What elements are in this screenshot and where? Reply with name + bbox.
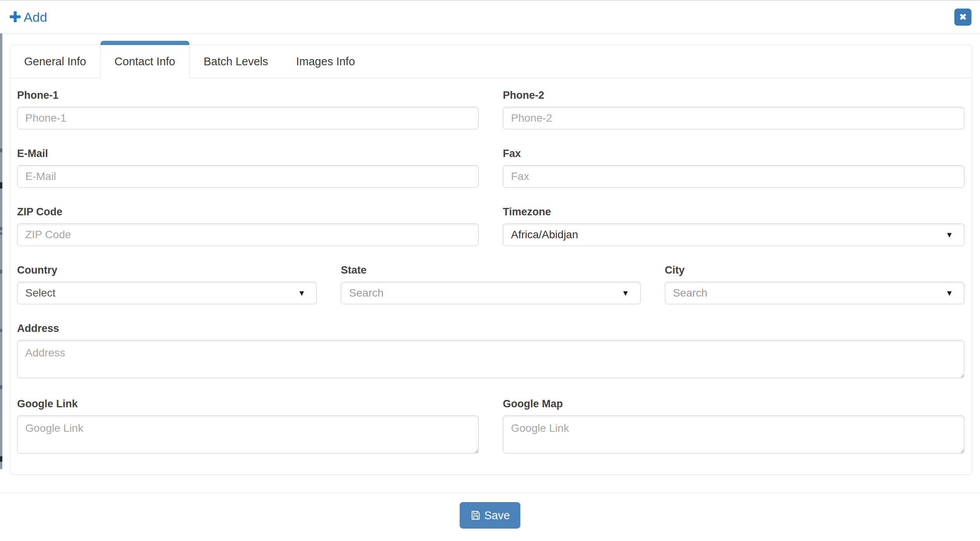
tab-general-info[interactable]: General Info bbox=[10, 45, 100, 78]
background-page-sliver bbox=[0, 33, 2, 469]
city-field-group: City Search ▼ bbox=[665, 263, 964, 304]
timezone-value: Africa/Abidjan bbox=[511, 229, 578, 241]
address-label: Address bbox=[17, 321, 964, 335]
address-textarea[interactable] bbox=[17, 340, 964, 378]
zip-field-group: ZIP Code bbox=[17, 205, 479, 246]
google-link-textarea[interactable] bbox=[17, 415, 479, 454]
country-label: Country bbox=[17, 263, 317, 277]
modal-header: ✚ Add ✖ bbox=[0, 1, 980, 34]
fax-field-group: Fax bbox=[503, 147, 964, 188]
zip-label: ZIP Code bbox=[17, 205, 479, 219]
phone1-label: Phone-1 bbox=[17, 88, 479, 102]
timezone-select[interactable]: Africa/Abidjan ▼ bbox=[503, 223, 964, 246]
email-field-group: E-Mail bbox=[17, 147, 479, 188]
state-field-group: State Search ▼ bbox=[341, 263, 640, 304]
google-map-textarea[interactable] bbox=[503, 415, 964, 454]
floppy-disk-icon bbox=[470, 510, 481, 521]
city-select[interactable]: Search ▼ bbox=[665, 282, 964, 304]
save-button[interactable]: Save bbox=[460, 502, 520, 529]
modal-title-text: Add bbox=[24, 10, 47, 24]
save-button-label: Save bbox=[484, 509, 510, 522]
city-label: City bbox=[665, 263, 964, 277]
chevron-down-icon: ▼ bbox=[945, 231, 953, 239]
tab-label: General Info bbox=[24, 55, 86, 68]
city-placeholder: Search bbox=[673, 287, 708, 299]
chevron-down-icon: ▼ bbox=[298, 289, 306, 297]
phone2-field-group: Phone-2 bbox=[503, 88, 964, 129]
close-button[interactable]: ✖ bbox=[954, 9, 971, 26]
fax-label: Fax bbox=[503, 147, 964, 161]
tab-images-info[interactable]: Images Info bbox=[282, 45, 369, 78]
contact-info-form: Phone-1 Phone-2 E-Mail Fax bbox=[10, 78, 972, 475]
add-modal: ✚ Add ✖ General Info Contact Info Batch … bbox=[0, 1, 980, 541]
tab-batch-levels[interactable]: Batch Levels bbox=[190, 45, 282, 78]
timezone-field-group: Timezone Africa/Abidjan ▼ bbox=[503, 205, 964, 246]
tab-card: General Info Contact Info Batch Levels I… bbox=[10, 45, 972, 475]
email-label: E-Mail bbox=[17, 147, 479, 161]
country-field-group: Country Select ▼ bbox=[17, 263, 317, 304]
email-input[interactable] bbox=[17, 165, 479, 188]
tab-label: Contact Info bbox=[115, 55, 175, 68]
google-link-field-group: Google Link bbox=[17, 397, 479, 455]
google-map-label: Google Map bbox=[503, 397, 964, 411]
chevron-down-icon: ▼ bbox=[622, 289, 630, 297]
google-map-field-group: Google Map bbox=[503, 397, 964, 455]
plus-icon: ✚ bbox=[9, 10, 21, 24]
phone1-field-group: Phone-1 bbox=[17, 88, 479, 129]
state-placeholder: Search bbox=[349, 287, 384, 299]
state-select[interactable]: Search ▼ bbox=[341, 282, 640, 304]
google-link-label: Google Link bbox=[17, 397, 479, 411]
tab-label: Images Info bbox=[296, 55, 355, 68]
country-value: Select bbox=[25, 287, 56, 299]
timezone-label: Timezone bbox=[503, 205, 964, 219]
tab-contact-info[interactable]: Contact Info bbox=[100, 41, 190, 78]
tab-bar: General Info Contact Info Batch Levels I… bbox=[10, 45, 972, 78]
zip-input[interactable] bbox=[17, 223, 479, 246]
country-select[interactable]: Select ▼ bbox=[17, 282, 317, 304]
fax-input[interactable] bbox=[503, 165, 964, 188]
modal-footer: Save bbox=[0, 494, 980, 529]
state-label: State bbox=[341, 263, 640, 277]
phone2-label: Phone-2 bbox=[503, 88, 964, 102]
close-icon: ✖ bbox=[959, 12, 967, 23]
address-field-group: Address bbox=[17, 321, 964, 380]
phone2-input[interactable] bbox=[503, 107, 964, 129]
phone1-input[interactable] bbox=[17, 107, 479, 129]
modal-title: ✚ Add bbox=[9, 10, 47, 24]
tab-label: Batch Levels bbox=[204, 55, 268, 68]
chevron-down-icon: ▼ bbox=[945, 289, 953, 297]
